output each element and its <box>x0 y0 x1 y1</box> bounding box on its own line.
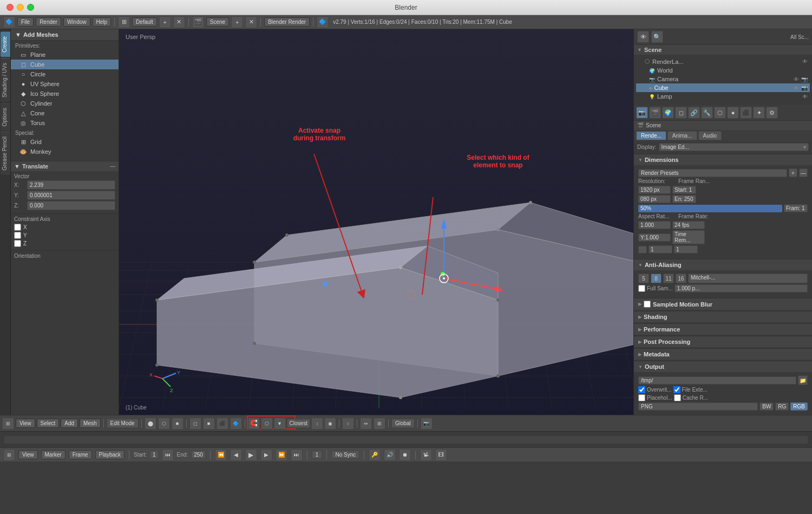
vert-tab-shading[interactable]: Shading / UVs <box>1 58 10 102</box>
motion-blur-header[interactable]: ▶ Sampled Motion Blur <box>634 298 812 310</box>
scene-dropdown[interactable]: Scene <box>206 17 229 27</box>
tree-item-renderla[interactable]: ⬡ RenderLa... 👁 <box>636 57 810 66</box>
frame-end-input[interactable]: En: 250 <box>672 195 696 203</box>
vert-tab-grease[interactable]: Grease Pencil <box>1 132 10 175</box>
overwrite-checkbox[interactable] <box>638 386 645 393</box>
tree-item-world[interactable]: World <box>636 66 810 75</box>
dimensions-header[interactable]: ▼ Dimensions <box>634 154 812 165</box>
snap-project-icon[interactable]: ◉ <box>324 418 336 430</box>
format-dropdown[interactable]: PNG <box>638 402 758 411</box>
materials-icon[interactable]: ● <box>727 107 739 119</box>
cube-eye[interactable]: 👁 <box>794 85 799 91</box>
texture-icon[interactable]: ⬛ <box>740 107 752 119</box>
y-axis-input[interactable] <box>27 191 115 200</box>
shading-header[interactable]: ▶ Shading <box>634 311 812 322</box>
constraints-icon[interactable]: 🔗 <box>688 107 700 119</box>
render-tab-anima[interactable]: Anima... <box>667 131 697 140</box>
blender-icon[interactable]: 🔷 <box>3 16 15 28</box>
frame-btn[interactable]: Frame <box>69 450 92 459</box>
maximize-button[interactable] <box>27 4 34 11</box>
full-sample-value[interactable]: 1.000 p... <box>675 284 808 292</box>
mitchell-dropdown[interactable]: Mitchell-... <box>688 274 808 283</box>
file-ext-checkbox[interactable] <box>673 386 680 393</box>
mesh-item-grid[interactable]: ⊞ Grid <box>11 137 119 147</box>
audio-icon[interactable]: 🔊 <box>384 449 396 461</box>
border-val2[interactable]: 1 <box>674 245 698 253</box>
window-menu[interactable]: Window <box>63 17 90 27</box>
antialiasing-header[interactable]: ▼ Anti-Aliasing <box>634 259 812 270</box>
z-axis-input[interactable] <box>27 201 115 210</box>
vert-select-icon[interactable]: ⬤ <box>145 418 156 430</box>
mirror-icon[interactable]: ⇔ <box>360 418 372 430</box>
render-props-icon[interactable]: 📷 <box>636 107 648 119</box>
edit-mode-dropdown[interactable]: Edit Mode <box>107 419 139 428</box>
scene-icon[interactable]: 🎬 <box>192 16 204 28</box>
res-x-input[interactable]: 1920 px <box>638 186 671 194</box>
frame-current-input[interactable]: Fram: 1 <box>784 204 808 212</box>
current-frame-input[interactable]: 1 <box>312 451 323 459</box>
z-constraint-checkbox[interactable] <box>14 240 21 247</box>
x-axis-input[interactable] <box>27 180 115 190</box>
performance-header[interactable]: ▶ Performance <box>634 324 812 335</box>
translate-min-icon[interactable]: — <box>110 164 115 170</box>
view-menu-btn[interactable]: View <box>16 419 35 428</box>
scene-props-icon[interactable]: 🎬 <box>649 107 661 119</box>
add-scene-icon[interactable]: + <box>231 16 243 28</box>
snap-align-icon[interactable]: ↕ <box>311 418 323 430</box>
mesh-item-cone[interactable]: △ Cone <box>11 108 119 118</box>
file-menu[interactable]: File <box>17 17 34 27</box>
renderla-eye[interactable]: 👁 <box>802 58 808 64</box>
mb-checkbox[interactable] <box>644 301 651 308</box>
minimize-button[interactable] <box>17 4 24 11</box>
output-folder-icon[interactable]: 📁 <box>798 375 808 385</box>
start-value[interactable]: 1 <box>150 451 159 459</box>
snap-options-btn[interactable]: ⬡ <box>261 418 273 430</box>
aa-btn-5[interactable]: 5 <box>638 274 649 283</box>
jump-start-icon[interactable]: ⏮ <box>162 449 174 461</box>
aspect-y-input[interactable]: Y:1.000 <box>638 233 671 242</box>
render-play-icon[interactable]: 📽 <box>420 449 432 461</box>
add-layout-icon[interactable]: + <box>159 16 171 28</box>
edge-select-icon[interactable]: ⬡ <box>158 418 170 430</box>
border-checkbox[interactable] <box>638 246 647 253</box>
blender-logo-icon[interactable]: 🔷 <box>317 16 329 28</box>
mesh-menu-btn[interactable]: Mesh <box>80 419 100 428</box>
sync-dropdown[interactable]: No Sync <box>331 451 359 459</box>
copy-icon[interactable]: ⊞ <box>374 418 385 430</box>
frame-back-icon[interactable]: ◀ <box>230 449 242 461</box>
object-props-icon[interactable]: ◻ <box>675 107 687 119</box>
rendered-view-icon[interactable]: 🔷 <box>230 418 242 430</box>
render-anim-icon[interactable]: 🎞 <box>435 449 447 461</box>
res-y-input[interactable]: 080 px <box>638 195 671 203</box>
output-header[interactable]: ▼ Output <box>634 361 812 372</box>
vert-tab-create[interactable]: Create <box>1 31 10 57</box>
frame-start-input[interactable]: Start: 1 <box>672 186 696 194</box>
cache-r-checkbox[interactable] <box>674 394 681 401</box>
data-icon[interactable]: ⬡ <box>714 107 726 119</box>
display-dropdown[interactable]: Image Ed... ▾ <box>659 143 809 151</box>
add-menu-btn[interactable]: Add <box>61 419 78 428</box>
cube-render-icon[interactable]: 📷 <box>801 85 808 91</box>
output-path-input[interactable]: /tmp/ <box>638 376 796 385</box>
wireframe-icon[interactable]: ◻ <box>189 418 201 430</box>
play-fwd-icon[interactable]: ⏩ <box>276 449 287 461</box>
aspect-x-input[interactable]: 1.000 <box>638 221 671 229</box>
y-constraint-checkbox[interactable] <box>14 232 21 239</box>
timeline-bar[interactable] <box>4 436 808 444</box>
rgb-btn[interactable]: RGB <box>790 402 808 411</box>
particles-icon[interactable]: ✦ <box>753 107 765 119</box>
lamp-eye[interactable]: 👁 <box>802 94 808 100</box>
texture-view-icon[interactable]: ⬛ <box>217 418 228 430</box>
physics-icon[interactable]: ⚙ <box>766 107 778 119</box>
full-sample-checkbox[interactable] <box>638 285 645 292</box>
layout-icon[interactable]: ⊞ <box>118 16 130 28</box>
modifier-icon[interactable]: 🔧 <box>701 107 713 119</box>
anim-record-icon[interactable]: ⏺ <box>399 449 411 461</box>
tree-item-camera[interactable]: Camera 👁 📷 <box>636 75 810 83</box>
mesh-item-circle[interactable]: ○ Circle <box>11 69 119 79</box>
camera-eye[interactable]: 👁 <box>794 76 799 82</box>
search-icon[interactable]: 🔍 <box>651 31 663 43</box>
add-preset-btn[interactable]: + <box>789 168 797 177</box>
pivot-dropdown[interactable]: Global <box>391 419 415 428</box>
mesh-item-torus[interactable]: ◎ Torus <box>11 118 119 128</box>
